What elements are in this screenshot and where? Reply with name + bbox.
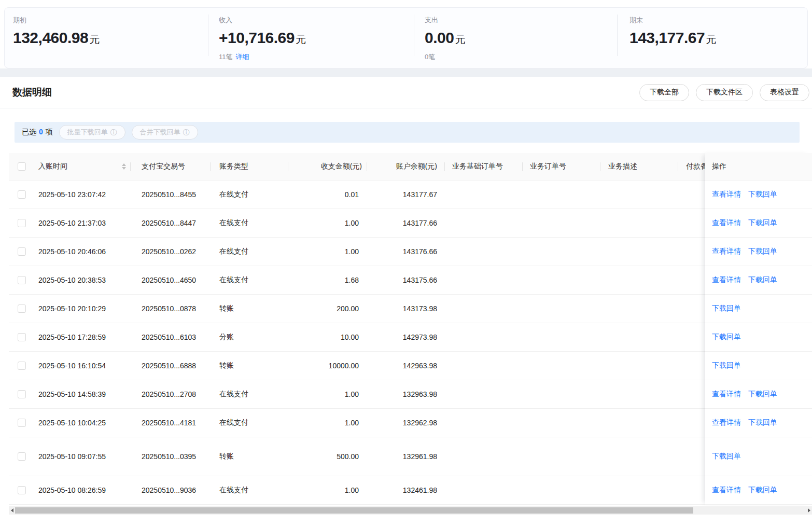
cell-entry-time: 2025-05-10 20:38:53 [34,266,131,294]
row-checkbox[interactable] [18,452,26,461]
download-receipt-link[interactable]: 下载回单 [712,452,741,461]
cell-transaction-id: 20250510...0262 [131,238,211,266]
summary-opening-label: 期初 [13,16,208,25]
action-row: 下载回单 [705,437,812,476]
currency-unit: 元 [455,34,465,45]
cell-description [600,266,678,294]
action-row: 查看详情下载回单 [705,476,812,505]
row-checkbox[interactable] [18,247,26,256]
view-detail-link[interactable]: 查看详情 [712,486,741,495]
cell-amount: 0.01 [288,181,367,209]
row-checkbox-cell [9,238,34,266]
column-header-amount: 收支金额(元) [288,153,367,180]
horizontal-scrollbar[interactable] [9,506,812,515]
cell-order [523,209,600,237]
view-detail-link[interactable]: 查看详情 [712,190,741,199]
column-header-type: 账务类型 [211,153,288,180]
row-checkbox-cell [9,266,34,294]
row-checkbox[interactable] [18,276,26,284]
scroll-left-arrow[interactable] [9,506,15,515]
column-header-balance: 账户余额(元) [367,153,445,180]
row-checkbox[interactable] [18,304,26,313]
cell-balance: 142963.98 [367,352,445,380]
cell-entry-time: 2025-05-10 08:26:59 [34,476,131,504]
row-checkbox[interactable] [18,390,26,398]
cell-order [523,352,600,380]
download-receipt-link[interactable]: 下载回单 [748,190,777,199]
table-row: 2025-05-10 23:07:4220250510...8455在线支付0.… [9,181,812,209]
cell-account-type: 在线支付 [211,380,288,408]
cell-account-type: 在线支付 [211,209,288,237]
currency-unit: 元 [706,34,716,45]
view-detail-link[interactable]: 查看详情 [712,418,741,427]
download-zone-button[interactable]: 下载文件区 [696,84,753,101]
cell-base-order [445,323,523,351]
action-row: 查看详情下载回单 [705,209,812,238]
row-checkbox[interactable] [18,419,26,427]
cell-entry-time: 2025-05-10 14:58:39 [34,380,131,408]
summary-expense-count: 0笔 [425,52,617,62]
cell-balance: 143176.66 [367,238,445,266]
cell-base-order [445,380,523,408]
download-receipt-link[interactable]: 下载回单 [712,361,741,370]
view-detail-link[interactable]: 查看详情 [712,390,741,399]
view-detail-link[interactable]: 查看详情 [712,275,741,285]
cell-amount: 1.00 [288,476,367,504]
cell-amount: 10.00 [288,323,367,351]
cell-description [600,209,678,237]
select-all-checkbox[interactable] [18,162,26,171]
cell-entry-time: 2025-05-10 21:37:03 [34,209,131,237]
download-receipt-link[interactable]: 下载回单 [748,247,777,256]
view-detail-link[interactable]: 查看详情 [712,218,741,228]
row-checkbox[interactable] [18,219,26,227]
currency-unit: 元 [89,34,100,45]
download-receipt-link[interactable]: 下载回单 [748,390,777,399]
table-row: 2025-05-10 16:10:5420250510...6888转账1000… [9,352,812,380]
scroll-right-arrow[interactable] [806,506,812,515]
download-all-button[interactable]: 下载全部 [639,84,689,101]
download-receipt-link[interactable]: 下载回单 [712,304,741,313]
table-settings-button[interactable]: 表格设置 [760,84,809,101]
merge-download-button[interactable]: 合并下载回单ⓘ [132,125,198,140]
download-receipt-link[interactable]: 下载回单 [748,275,777,285]
row-checkbox[interactable] [18,190,26,199]
cell-balance: 132962.98 [367,409,445,437]
action-column-body: 查看详情下载回单查看详情下载回单查看详情下载回单查看详情下载回单下载回单下载回单… [705,181,812,505]
sort-control[interactable] [122,163,126,170]
cell-order [523,238,600,266]
download-receipt-link[interactable]: 下载回单 [748,486,777,495]
cell-base-order [445,476,523,504]
page-title: 数据明细 [12,86,52,99]
cell-base-order [445,266,523,294]
cell-order [523,409,600,437]
row-checkbox[interactable] [18,333,26,341]
scrollbar-thumb[interactable] [15,507,693,514]
selection-toolbar: 已选0项 批量下载回单ⓘ 合并下载回单ⓘ [15,122,800,143]
row-checkbox[interactable] [18,362,26,370]
view-detail-link[interactable]: 查看详情 [712,247,741,256]
table-row: 2025-05-10 20:10:2920250510...0878转账200.… [9,295,812,323]
cell-transaction-id: 20250510...4181 [131,409,211,437]
summary-expense: 支出 0.00元 0笔 [414,16,617,68]
summary-income-count: 11笔详细 [219,52,414,62]
row-checkbox[interactable] [18,486,26,494]
cell-base-order [445,209,523,237]
download-receipt-link[interactable]: 下载回单 [748,218,777,228]
selected-count-text: 已选0项 [22,128,53,137]
cell-transaction-id: 20250510...6888 [131,352,211,380]
summary-income-label: 收入 [219,16,414,25]
download-receipt-link[interactable]: 下载回单 [748,418,777,427]
download-receipt-link[interactable]: 下载回单 [712,333,741,342]
cell-account-type: 在线支付 [211,476,288,504]
cell-description [600,476,678,504]
info-icon: ⓘ [183,129,190,136]
action-row: 查看详情下载回单 [705,380,812,409]
batch-download-button[interactable]: 批量下载回单ⓘ [59,125,125,140]
summary-closing: 期末 143,177.67元 [617,16,807,68]
cell-balance: 132961.98 [367,437,445,476]
summary-closing-value: 143,177.67元 [629,29,807,49]
cell-transaction-id: 20250510...8447 [131,209,211,237]
income-detail-link[interactable]: 详细 [236,53,249,61]
cell-transaction-id: 20250510...9036 [131,476,211,504]
table-row: 2025-05-10 20:38:5320250510...4650在线支付1.… [9,266,812,295]
